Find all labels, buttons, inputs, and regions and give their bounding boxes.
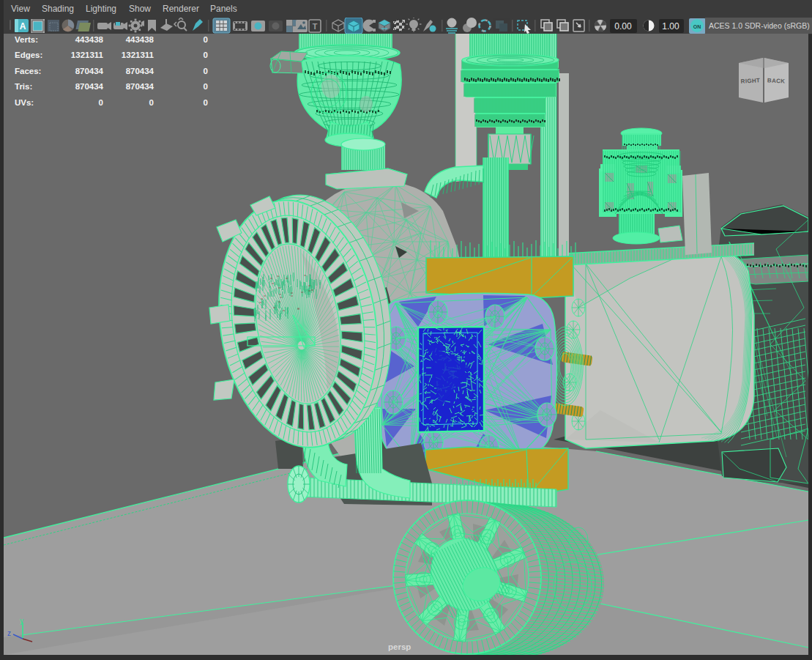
svg-text:0: 0 <box>204 82 208 91</box>
svg-text:443438: 443438 <box>75 35 104 44</box>
svg-text:ON: ON <box>693 24 701 29</box>
svg-text:A: A <box>20 21 26 31</box>
svg-text:0: 0 <box>99 98 103 107</box>
svg-text:0: 0 <box>204 67 208 75</box>
svg-text:UVs:: UVs: <box>15 98 34 107</box>
svg-text:870434: 870434 <box>126 67 154 75</box>
svg-text:Verts:: Verts: <box>15 35 38 44</box>
svg-text:z: z <box>7 629 11 637</box>
svg-text:0: 0 <box>149 98 154 107</box>
svg-text:443438: 443438 <box>126 35 154 44</box>
svg-text:BACK: BACK <box>767 77 786 84</box>
svg-text:Tris:: Tris: <box>15 82 32 91</box>
svg-text:0: 0 <box>204 35 208 44</box>
svg-text:persp: persp <box>388 642 411 651</box>
svg-text:870434: 870434 <box>75 82 104 91</box>
svg-text:y: y <box>20 617 23 625</box>
svg-text:RIGHT: RIGHT <box>741 77 761 84</box>
svg-text:1321311: 1321311 <box>122 51 154 59</box>
svg-text:1321311: 1321311 <box>71 51 104 59</box>
svg-text:Edges:: Edges: <box>15 51 42 59</box>
svg-text:870434: 870434 <box>126 82 154 91</box>
svg-text:Faces:: Faces: <box>15 67 41 75</box>
svg-text:T: T <box>313 22 318 31</box>
svg-text:0.00: 0.00 <box>614 21 632 31</box>
svg-text:0: 0 <box>204 51 208 59</box>
svg-text:870434: 870434 <box>75 67 104 75</box>
svg-text:0: 0 <box>204 98 208 107</box>
svg-text:1.00: 1.00 <box>662 21 679 31</box>
